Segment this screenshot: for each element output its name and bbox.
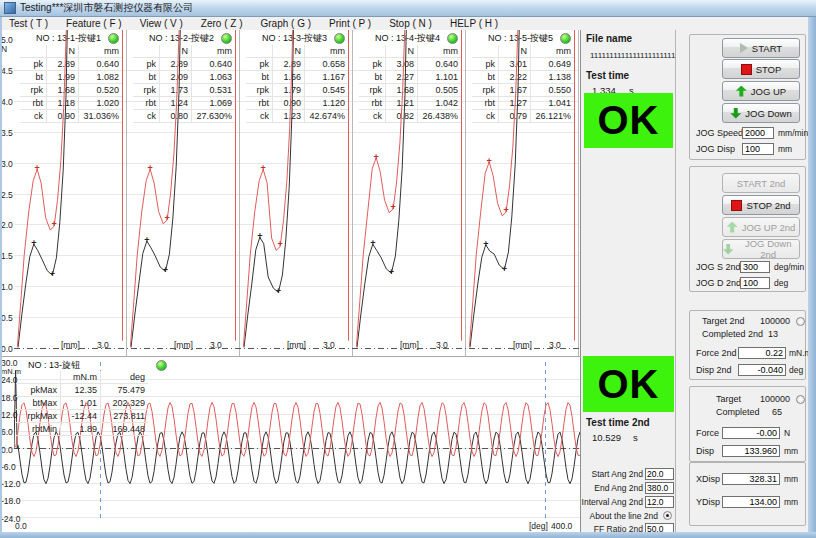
row-label: ck <box>20 110 46 123</box>
stop-button-label: STOP <box>756 64 782 75</box>
start-button-label: START <box>752 43 782 54</box>
cell-value: 2.89 <box>272 58 304 71</box>
y-tick: 3.5 <box>1 128 13 138</box>
jog-down-button[interactable]: JOG Down <box>722 103 800 123</box>
jog-s-2nd-label: JOG S 2nd <box>696 261 741 274</box>
disp-label: Disp <box>696 445 714 458</box>
row-label: ck <box>472 110 498 123</box>
cell-value: mm <box>191 45 235 58</box>
jog-group-2: START 2nd STOP 2nd JOG UP 2nd JOG Down 2… <box>689 166 806 292</box>
y-tick: -12.0 <box>1 479 20 489</box>
cursor-line-end[interactable] <box>545 362 546 522</box>
status-ok-2: OK <box>583 356 674 412</box>
row-label: bt <box>133 71 159 84</box>
ydisp-unit: mm <box>784 496 798 509</box>
menu-item-3[interactable]: View ( V ) <box>131 17 192 30</box>
row-label: pk <box>133 58 159 71</box>
target-2nd-radio[interactable] <box>796 317 805 326</box>
cell-value: 0.505 <box>417 84 461 97</box>
jog-speed-label: JOG Speed <box>696 127 743 140</box>
status-dot-icon <box>334 33 345 44</box>
completed-value: 65 <box>772 406 782 419</box>
jog-up-2nd-button[interactable]: JOG UP 2nd <box>722 217 800 237</box>
y-tick: 0.5 <box>1 313 13 323</box>
jog-up-button[interactable]: JOG UP <box>722 81 800 101</box>
start-2nd-button[interactable]: START 2nd <box>722 173 800 193</box>
disp-row: Disp mm <box>694 445 803 459</box>
cell-value: 3.01 <box>498 58 530 71</box>
stop-icon <box>741 64 752 75</box>
start-2nd-label: START 2nd <box>737 178 786 189</box>
jog-down-2nd-button[interactable]: JOG Down 2nd <box>722 239 800 259</box>
cell-value: 1.167 <box>304 71 348 84</box>
force-unit: N <box>784 427 790 440</box>
about-line-radio[interactable] <box>663 511 672 520</box>
cell-value: 1.89 <box>60 423 100 436</box>
completed-2nd-value: 13 <box>768 328 778 341</box>
target-value: 100000 <box>750 393 790 406</box>
test-time2-label: Test time 2nd <box>586 417 650 428</box>
row-label: rpkMax <box>16 410 60 423</box>
cell-value: 1.23 <box>272 110 304 123</box>
cell-value: 0.640 <box>78 58 122 71</box>
force-row: Force N <box>694 427 803 441</box>
row-label: pk <box>20 58 46 71</box>
disp-unit: mm <box>784 445 798 458</box>
cell-value: 1.041 <box>530 97 574 110</box>
menu-bar: Test ( T )Feature ( F )View ( V )Zero ( … <box>0 17 816 31</box>
menu-item-1[interactable]: Test ( T ) <box>0 17 57 30</box>
end-ang-input[interactable] <box>645 482 674 494</box>
y-tick: 2.5 <box>1 190 13 200</box>
menu-item-7[interactable]: Stop ( N ) <box>380 17 441 30</box>
force-2nd-input[interactable] <box>738 347 786 359</box>
menu-item-5[interactable]: Graph ( G ) <box>252 17 321 30</box>
menu-item-6[interactable]: Print ( P ) <box>320 17 380 30</box>
jog-s-2nd-input[interactable] <box>740 261 770 273</box>
cell-value: 0.90 <box>46 110 78 123</box>
stop-button[interactable]: STOP <box>722 59 800 79</box>
chart-title: NO : 13-4-按键4 <box>375 32 440 45</box>
xdisp-input[interactable] <box>722 473 780 485</box>
arrow-up-icon <box>736 86 747 97</box>
jog-d-2nd-unit: deg <box>774 277 788 290</box>
start-button[interactable]: START <box>722 38 800 58</box>
knob-chart-area: NO : 13-旋钮 0.0 [deg] 400.0 30.024.018.01… <box>0 356 581 533</box>
target-radio[interactable] <box>796 395 805 404</box>
jog-s-2nd-row: JOG S 2nd deg/min <box>694 261 803 275</box>
xdisp-unit: mm <box>784 473 798 486</box>
cell-value: 0.545 <box>304 84 348 97</box>
cell-value: 1.01 <box>60 397 100 410</box>
status-dot-icon <box>108 33 119 44</box>
ydisp-input[interactable] <box>722 496 780 508</box>
title-bar[interactable]: Testing***深圳市磐石测控仪器有限公司 <box>0 0 816 17</box>
disp-2nd-input[interactable] <box>738 364 786 376</box>
cell-value: 1.67 <box>498 84 530 97</box>
target-label: Target <box>716 393 741 406</box>
jog-d-2nd-input[interactable] <box>740 277 770 289</box>
stop-2nd-button[interactable]: STOP 2nd <box>722 195 800 215</box>
stats-table: Nmmpk3.080.640bt2.271.101rpk1.680.505rbt… <box>359 45 461 123</box>
disp-input[interactable] <box>722 445 780 457</box>
button-chart-panel-4: NO : 13-4-按键4Nmmpk3.080.640bt2.271.101rp… <box>353 30 466 356</box>
cell-value: deg <box>100 371 148 384</box>
menu-item-8[interactable]: HELP ( H ) <box>441 17 507 30</box>
jog-speed-input[interactable] <box>742 127 774 139</box>
row-label: bt <box>20 71 46 84</box>
cell-value: 1.138 <box>530 71 574 84</box>
cell-value: N <box>46 45 78 58</box>
menu-item-2[interactable]: Feature ( F ) <box>57 17 131 30</box>
stats-table: Nmmpk3.010.649bt2.221.138rpk1.670.550rbt… <box>472 45 574 123</box>
row-label <box>20 45 46 58</box>
y-tick: 2.0 <box>1 220 13 230</box>
jog-disp-input[interactable] <box>742 143 774 155</box>
cell-value: 2.27 <box>385 71 417 84</box>
y-tick: -18.0 <box>1 496 20 506</box>
menu-item-4[interactable]: Zero ( Z ) <box>192 17 252 30</box>
interval-ang-input[interactable] <box>645 496 674 508</box>
y-tick: 4.0 <box>1 97 13 107</box>
y-tick: 1.0 <box>1 282 13 292</box>
row-label: rpk <box>20 84 46 97</box>
force-2nd-label: Force 2nd <box>696 347 737 360</box>
start-ang-input[interactable] <box>645 468 674 480</box>
force-input[interactable] <box>722 427 780 439</box>
